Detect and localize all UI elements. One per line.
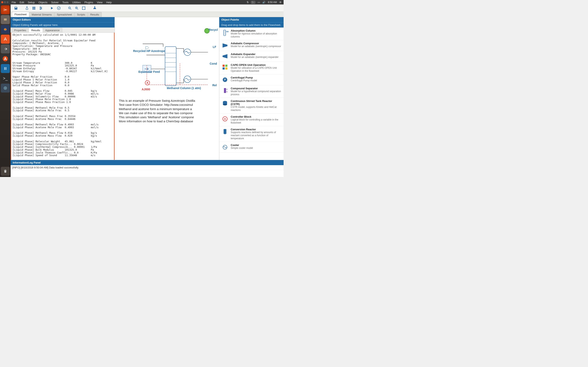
menu-utilities[interactable]: Utilities (70, 1, 83, 4)
palette-item-conv-reactor[interactable]: C Conversion ReactorSupports reactions d… (219, 126, 284, 142)
svg-rect-6 (4, 20, 7, 21)
palette-item-title: Cooler (231, 143, 239, 147)
menu-file[interactable]: File (10, 1, 18, 4)
system-tray: ⇅ En ▭ 🔊 8:50 AM ⚙ (247, 1, 282, 4)
log-entry: [INFO] [8/10/2018 8:50:04 AM] Data loade… (11, 165, 284, 170)
palette-item-cooler[interactable]: CoolerSimple cooler model (219, 142, 284, 153)
cstr-icon (221, 100, 229, 107)
inner-tab-results[interactable]: Results (29, 28, 43, 33)
palette-item-title: Absorption Column (231, 29, 255, 32)
network-icon[interactable]: ⇅ (247, 1, 249, 4)
tab-material-streams[interactable]: Material Streams (29, 12, 54, 17)
gear-icon[interactable]: ⚙ (279, 1, 282, 4)
editor-inner-tabs: Properties Results Appearance (11, 27, 114, 33)
tab-spreadsheet[interactable]: Spreadsheet (54, 12, 75, 17)
svg-rect-9 (6, 67, 6, 70)
menu-plugins[interactable]: Plugins (83, 1, 95, 4)
zoom-out-button[interactable] (67, 5, 73, 11)
launcher-settings[interactable] (1, 44, 10, 53)
results-text[interactable]: Object successfully calculated on 1/1/00… (11, 33, 114, 160)
conv-reactor-icon: C (221, 128, 229, 135)
compound-button[interactable] (24, 5, 30, 11)
launcher-terminal[interactable]: >_ (1, 74, 10, 83)
palette-item-compressor[interactable]: Adiabatic CompressorModel for an adiabat… (219, 40, 284, 51)
volume-icon[interactable]: 🔊 (262, 1, 265, 4)
launcher-updater[interactable]: A (1, 54, 10, 63)
menu-objects[interactable]: Objects (36, 1, 49, 4)
palette-item-desc: Model for an adiabatic (isentropic) comp… (231, 45, 281, 48)
launcher-app[interactable] (1, 83, 10, 92)
menu-tools[interactable]: Tools (61, 1, 70, 4)
launcher-software[interactable]: A (1, 35, 10, 44)
palette-item-controller[interactable]: A Controller BlockLogical block for cont… (219, 114, 284, 126)
palette-item-desc: Centrifugal Pump model (231, 79, 257, 82)
svg-rect-13 (33, 8, 34, 9)
label-lp: LF (213, 45, 216, 49)
svg-point-55 (223, 104, 227, 106)
palette-item-desc: Supports reactions defined by amounts of… (231, 131, 282, 140)
menu-edit[interactable]: Edit (18, 1, 26, 4)
app-toolbar (11, 4, 284, 12)
label-equimolar: Equimolar Feed (138, 70, 160, 73)
palette-item-title: Continuous Stirred Tank Reactor (CSTR) (231, 100, 272, 106)
palette-item-abs-column[interactable]: AB Absorption ColumnModel for rigorous s… (219, 27, 284, 40)
palette-item-cape-open[interactable]: CAPE-OPEN Unit OperationModel for utiliz… (219, 62, 284, 75)
document-tabs: Flowsheet Material Streams Spreadsheet S… (11, 12, 284, 17)
menu-help[interactable]: Help (104, 1, 113, 4)
tab-scripts[interactable]: Scripts (74, 12, 88, 17)
palette-item-desc: Logical block for controlling a variable… (231, 118, 282, 124)
inner-tab-properties[interactable]: Properties (11, 28, 29, 33)
menu-view[interactable]: View (95, 1, 104, 4)
palette-item-desc: Model for a hypothetical compound separa… (231, 90, 282, 96)
label-column: Methanol Column (1 atm) (167, 86, 201, 90)
palette-item-separator[interactable]: Compound SeparatorModel for a hypothetic… (219, 85, 284, 98)
palette-item-expander[interactable]: Adiabatic ExpanderModel for an adiabatic… (219, 51, 284, 62)
svg-point-21 (57, 7, 61, 9)
validate-button[interactable] (56, 5, 62, 11)
battery-icon[interactable]: ▭ (258, 1, 260, 4)
palette-item-desc: Simple cooler model (231, 147, 253, 150)
menu-setup[interactable]: Setup (26, 1, 36, 4)
palette-item-title: Controller Block (231, 115, 251, 118)
menu-solver[interactable]: Solver (49, 1, 61, 4)
save-button[interactable] (13, 5, 19, 11)
abs-column-icon: AB (221, 29, 229, 36)
launcher-firefox[interactable] (1, 25, 10, 34)
svg-point-2 (4, 10, 4, 11)
object-palette-panel: Object Palette Drag and drop items to ad… (219, 17, 284, 160)
zoom-fit-button[interactable] (80, 5, 87, 11)
palette-item-title: Compound Separator (231, 87, 258, 90)
layout-button[interactable] (31, 5, 37, 11)
launcher-files[interactable] (1, 15, 10, 24)
zoom-in-button[interactable] (73, 5, 80, 11)
log-panel-title: Information/Log Panel (11, 160, 284, 165)
svg-rect-52 (224, 88, 226, 93)
clock[interactable]: 8:50 AM (268, 1, 277, 4)
lang-indicator[interactable]: En (251, 1, 255, 4)
launcher-trash[interactable] (1, 167, 10, 176)
palette-item-cstr[interactable]: Continuous Stirred Tank Reactor (CSTR)CS… (219, 98, 284, 114)
label-aj000: AJ000 (142, 88, 150, 91)
palette-item-title: Conversion Reactor (231, 128, 256, 131)
svg-rect-8 (4, 67, 5, 70)
svg-rect-46 (223, 65, 225, 67)
launcher-dwsim[interactable] (1, 64, 10, 73)
settings-button[interactable] (38, 5, 44, 11)
flowsheet-canvas[interactable]: Recycl Recycled HP Azeotrope LF Equimola… (115, 17, 219, 160)
palette-item-pump[interactable]: P Centrifugal PumpCentrifugal Pump model (219, 75, 284, 85)
svg-line-26 (77, 8, 78, 9)
object-editors-subtitle: Object Editing Panels will appear here. (11, 22, 114, 27)
svg-rect-31 (165, 47, 176, 86)
launcher-dash[interactable] (1, 5, 10, 14)
palette-item-desc: Model for utilization of a CAPE-OPEN Uni… (231, 67, 282, 73)
tab-flowsheet[interactable]: Flowsheet (12, 12, 29, 17)
label-recycle: Recycl (209, 28, 218, 31)
inspector-button[interactable] (91, 5, 98, 11)
inner-tab-appearance[interactable]: Appearance (43, 28, 62, 33)
label-recycled-hp: Recycled HP Azeotrope (133, 49, 165, 53)
node-adjust-icon[interactable]: A (145, 80, 150, 85)
svg-rect-29 (82, 7, 85, 9)
tab-results[interactable]: Results (87, 12, 102, 17)
flowsheet-description: This is an example of Pressure Swing Aze… (119, 99, 219, 124)
solve-button[interactable] (49, 5, 55, 11)
